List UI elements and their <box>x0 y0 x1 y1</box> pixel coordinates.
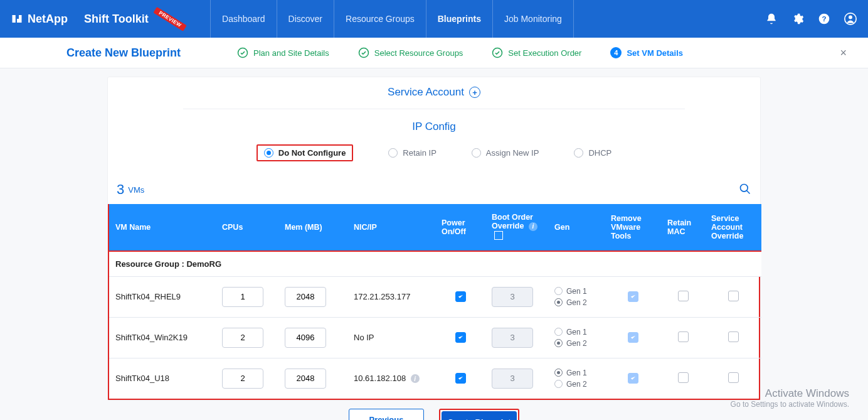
checkbox[interactable] <box>728 291 739 301</box>
netapp-icon <box>11 13 23 24</box>
vm-name: ShiftTk04_RHEL9 <box>109 276 216 317</box>
nic-ip: 172.21.253.177 <box>347 276 435 317</box>
checkbox[interactable] <box>628 332 638 343</box>
gen-radio[interactable]: Gen 1 <box>554 287 598 296</box>
divider <box>183 109 685 109</box>
wizard-title: Create New Blueprint <box>66 46 181 60</box>
svg-rect-2 <box>17 15 19 19</box>
wizard-steps: Plan and Site DetailsSelect Resource Gro… <box>237 47 683 58</box>
col-mem-mb-: Mem (MB) <box>278 204 347 251</box>
table-header-row: VM NameCPUsMem (MB)NIC/IPPower On/OffBoo… <box>109 204 761 251</box>
mem-input[interactable] <box>285 287 326 307</box>
info-icon[interactable]: i <box>411 374 420 383</box>
step-select-resource-groups[interactable]: Select Resource Groups <box>358 47 463 58</box>
preview-ribbon: PREVIEW <box>153 6 187 31</box>
nav-job-monitoring[interactable]: Job Monitoring <box>492 0 574 38</box>
add-service-account-button[interactable]: + <box>469 87 480 98</box>
gear-icon[interactable] <box>791 13 804 25</box>
help-icon[interactable]: ? <box>818 13 830 25</box>
gen-radio[interactable]: Gen 1 <box>554 369 598 377</box>
vm-table: VM NameCPUsMem (MB)NIC/IPPower On/OffBoo… <box>108 204 760 400</box>
previous-button[interactable]: Previous <box>349 409 424 421</box>
col-nic-ip: NIC/IP <box>347 204 435 251</box>
vm-name: ShiftTk04_Win2K19 <box>109 317 216 358</box>
checkbox[interactable] <box>455 291 466 302</box>
brand-logo[interactable]: NetApp <box>11 13 68 26</box>
highlight-box: Create Blueprint <box>439 409 519 421</box>
ipconfig-do-not-configure[interactable]: Do Not Configure <box>257 144 354 161</box>
gen-radio[interactable]: Gen 2 <box>554 298 598 307</box>
checkbox-icon[interactable] <box>494 231 503 240</box>
col-service-account-override: Service Account Override <box>705 204 761 251</box>
cpu-input[interactable] <box>222 287 263 307</box>
gen-radio[interactable]: Gen 2 <box>554 339 598 348</box>
ipconfig-assign-new-ip[interactable]: Assign New IP <box>472 144 539 161</box>
mem-input[interactable] <box>285 369 326 389</box>
table-row: ShiftTk04_RHEL9172.21.253.177Gen 1Gen 2 <box>109 276 761 317</box>
checkbox[interactable] <box>455 373 466 384</box>
create-blueprint-button[interactable]: Create Blueprint <box>442 411 517 421</box>
vm-name: ShiftTk04_U18 <box>109 358 216 399</box>
step-plan-and-site-details[interactable]: Plan and Site Details <box>237 47 329 58</box>
checkbox[interactable] <box>628 373 638 384</box>
svg-point-10 <box>741 184 748 191</box>
checkbox[interactable] <box>628 291 638 302</box>
boot-order-input[interactable] <box>492 287 533 307</box>
svg-rect-0 <box>13 15 16 23</box>
product-name: Shift Toolkit PREVIEW <box>84 13 188 26</box>
checkbox[interactable] <box>728 372 739 383</box>
wizard-footer: Previous Create Blueprint <box>0 409 868 421</box>
wizard-steps-bar: Create New Blueprint Plan and Site Detai… <box>0 38 868 68</box>
service-account-header: Service Account + <box>108 77 760 104</box>
boot-order-input[interactable] <box>492 369 533 389</box>
table-body: Resource Group : DemoRGShiftTk04_RHEL917… <box>109 251 761 399</box>
gen-radio[interactable]: Gen 1 <box>554 328 598 337</box>
svg-point-8 <box>359 48 368 58</box>
nic-ip: No IP <box>347 317 435 358</box>
col-cpus: CPUs <box>216 204 278 251</box>
checkbox[interactable] <box>728 331 739 342</box>
nav-discover[interactable]: Discover <box>277 0 334 38</box>
app-header: NetApp Shift Toolkit PREVIEW DashboardDi… <box>0 0 868 38</box>
nav-dashboard[interactable]: Dashboard <box>210 0 277 38</box>
svg-line-11 <box>747 190 750 193</box>
nav-resource-groups[interactable]: Resource Groups <box>334 0 426 38</box>
col-power-on-off: Power On/Off <box>435 204 485 251</box>
col-remove-vmware-tools: Remove VMware Tools <box>605 204 661 251</box>
main-nav: DashboardDiscoverResource GroupsBlueprin… <box>210 0 574 38</box>
step-set-execution-order[interactable]: Set Execution Order <box>492 47 581 58</box>
user-icon[interactable] <box>844 13 857 25</box>
checkbox[interactable] <box>678 291 689 301</box>
ipconfig-retain-ip[interactable]: Retain IP <box>388 144 436 161</box>
cpu-input[interactable] <box>222 369 263 389</box>
nav-blueprints[interactable]: Blueprints <box>426 0 492 38</box>
col-vm-name: VM Name <box>109 204 216 251</box>
mem-input[interactable] <box>285 328 326 348</box>
table-row: ShiftTk04_U1810.61.182.108 iGen 1Gen 2 <box>109 358 761 399</box>
checkbox[interactable] <box>678 372 689 383</box>
col-boot-order-override: Boot Order Override i <box>485 204 548 251</box>
search-icon[interactable] <box>739 183 751 197</box>
resource-group-row: Resource Group : DemoRG <box>109 251 761 277</box>
ip-config-header: IP Config <box>108 114 760 138</box>
vm-details-panel: Service Account + IP Config Do Not Confi… <box>108 77 760 400</box>
svg-point-9 <box>493 48 502 58</box>
cpu-input[interactable] <box>222 328 263 348</box>
step-set-vm-details[interactable]: 4Set VM Details <box>610 47 683 58</box>
svg-point-6 <box>849 16 852 19</box>
info-icon[interactable]: i <box>529 222 537 231</box>
boot-order-input[interactable] <box>492 328 533 348</box>
checkbox[interactable] <box>455 332 466 343</box>
svg-point-7 <box>238 48 248 58</box>
checkbox[interactable] <box>678 331 689 342</box>
ipconfig-dhcp[interactable]: DHCP <box>574 144 611 161</box>
close-icon[interactable]: × <box>835 44 852 62</box>
nic-ip: 10.61.182.108 i <box>347 358 435 399</box>
windows-watermark: Activate Windows Go to Settings to activ… <box>731 387 849 409</box>
bell-icon[interactable] <box>765 13 778 25</box>
ip-config-options: Do Not ConfigureRetain IPAssign New IPDH… <box>108 138 760 170</box>
svg-text:?: ? <box>822 14 826 23</box>
col-gen: Gen <box>548 204 605 251</box>
col-retain-mac: Retain MAC <box>661 204 705 251</box>
gen-radio[interactable]: Gen 2 <box>554 380 598 389</box>
